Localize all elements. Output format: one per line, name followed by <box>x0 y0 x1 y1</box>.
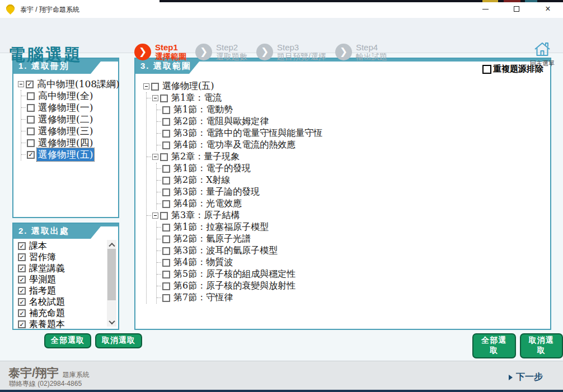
checkbox[interactable] <box>162 141 170 149</box>
tree-item-label[interactable]: 名校試題 <box>28 296 66 308</box>
section-item[interactable]: 第3節：電路中的電量守恆與能量守恆 <box>157 127 548 139</box>
source-item[interactable]: 名校試題 <box>18 296 117 308</box>
section-item[interactable]: 第7節：守恆律 <box>157 292 548 304</box>
tree-item-label[interactable]: 第3節：波耳的氫原子模型 <box>172 245 279 257</box>
checkbox[interactable] <box>162 200 170 208</box>
section-item[interactable]: 第3節：波耳的氫原子模型 <box>157 245 548 257</box>
tree-item-label[interactable]: 高中物理(全) <box>37 89 94 102</box>
checkbox[interactable] <box>18 320 26 328</box>
checkbox[interactable] <box>162 235 170 243</box>
select-all-button[interactable]: 全部選取 <box>44 333 91 348</box>
tree-item-label[interactable]: 學測題 <box>28 274 57 286</box>
tree-item-label[interactable]: 第4節：光電效應 <box>172 198 243 210</box>
tree-item-label[interactable]: 第7節：守恆律 <box>172 292 234 304</box>
tree-item-label[interactable]: 補充命題 <box>28 308 66 319</box>
section-item[interactable]: 第1節：電子的發現 <box>157 163 548 174</box>
checkbox[interactable] <box>162 177 170 185</box>
tree-item-label[interactable]: 第4節：電功率及電流的熱效應 <box>172 139 297 151</box>
checkbox[interactable] <box>482 65 491 74</box>
checkbox[interactable] <box>26 81 34 88</box>
source-item[interactable]: 素養題本 <box>18 319 117 330</box>
tree-item-label[interactable]: 第2節：電阻與歐姆定律 <box>172 116 270 127</box>
tree-item[interactable]: 選修物理(一) <box>21 102 116 114</box>
checkbox[interactable] <box>18 287 26 295</box>
step-step3[interactable]: ❯Step3題目預覽/選擇 <box>256 42 326 61</box>
collapse-icon[interactable] <box>18 81 24 87</box>
tree-item-label[interactable]: 第1章：電流 <box>170 92 223 104</box>
tree-root-item[interactable]: 高中物理(108課綱) <box>18 78 116 90</box>
tree-item-label[interactable]: 第2節：X射線 <box>172 174 232 186</box>
collapse-icon[interactable] <box>152 212 158 219</box>
tree-item-label[interactable]: 第1節：電動勢 <box>172 104 234 116</box>
maximize-button[interactable] <box>508 1 525 17</box>
tree-item-label[interactable]: 課堂講義 <box>28 263 66 275</box>
tree-item-label[interactable]: 選修物理(三) <box>37 125 94 138</box>
section-item[interactable]: 第6節：原子核的衰變與放射性 <box>157 280 548 292</box>
section-item[interactable]: 第1節：電動勢 <box>157 104 548 116</box>
checkbox[interactable] <box>27 104 35 112</box>
section-item[interactable]: 第4節：物質波 <box>157 257 548 268</box>
checkbox[interactable] <box>162 188 170 196</box>
tree-item-label[interactable]: 選修物理(二) <box>37 113 94 126</box>
collapse-icon[interactable] <box>152 154 158 160</box>
tree-item-label[interactable]: 習作簿 <box>28 252 57 263</box>
section-item[interactable]: 第2節：電阻與歐姆定律 <box>157 116 548 127</box>
tree-item-label[interactable]: 第1節：拉塞福原子模型 <box>172 221 270 233</box>
chapter-item[interactable]: 第1章：電流 <box>147 92 548 104</box>
tree-item-label[interactable]: 第2節：氫原子光譜 <box>172 233 252 245</box>
checkbox[interactable] <box>160 212 168 220</box>
collapse-icon[interactable] <box>143 83 149 89</box>
tree-item-label[interactable]: 素養題本 <box>28 319 66 330</box>
tree-item-label[interactable]: 第3節：量子論的發現 <box>172 186 261 198</box>
checkbox[interactable] <box>27 127 35 135</box>
section-item[interactable]: 第4節：電功率及電流的熱效應 <box>157 139 548 151</box>
scrollbar-thumb[interactable] <box>107 249 116 300</box>
checkbox[interactable] <box>162 294 170 302</box>
checkbox[interactable] <box>18 265 26 272</box>
section-item[interactable]: 第5節：原子核的組成與穩定性 <box>157 268 548 280</box>
checkbox[interactable] <box>18 242 26 250</box>
scroll-up-icon[interactable] <box>107 240 116 249</box>
source-item[interactable]: 課本 <box>18 240 117 252</box>
tree-item-label[interactable]: 第2章：量子現象 <box>170 151 241 163</box>
checkbox[interactable] <box>18 309 26 317</box>
checkbox[interactable] <box>162 165 170 173</box>
checkbox[interactable] <box>18 298 26 306</box>
source-item[interactable]: 習作簿 <box>18 252 117 263</box>
source-item[interactable]: 學測題 <box>18 274 117 285</box>
source-item[interactable]: 指考題 <box>18 285 117 296</box>
chapter-item[interactable]: 第3章：原子結構 <box>147 210 548 221</box>
tree-item[interactable]: 選修物理(四) <box>21 137 116 149</box>
checkbox[interactable] <box>162 282 170 290</box>
checkbox[interactable] <box>160 95 168 102</box>
section-item[interactable]: 第3節：量子論的發現 <box>157 186 548 198</box>
tree-item-label[interactable]: 指考題 <box>28 285 57 297</box>
tree-item-label[interactable]: 高中物理(108課綱) <box>36 78 121 91</box>
chapter-item[interactable]: 第2章：量子現象 <box>147 151 548 163</box>
tree-item-label[interactable]: 第4節：物質波 <box>172 257 234 268</box>
checkbox[interactable] <box>162 106 170 114</box>
checkbox[interactable] <box>162 259 170 267</box>
tree-item-label[interactable]: 第6節：原子核的衰變與放射性 <box>172 280 297 292</box>
section-item[interactable]: 第1節：拉塞福原子模型 <box>157 221 548 233</box>
scroll-down-icon[interactable] <box>107 318 116 327</box>
tree-item-label[interactable]: 第1節：電子的發現 <box>172 163 252 174</box>
deselect-all-button[interactable]: 取消選取 <box>520 333 563 358</box>
checkbox[interactable] <box>160 153 168 161</box>
checkbox[interactable] <box>162 224 170 232</box>
checkbox[interactable] <box>162 271 170 278</box>
checkbox[interactable] <box>27 116 35 124</box>
step-step2[interactable]: ❯Step2選取題數 <box>195 42 247 61</box>
tree-item-label[interactable]: 選修物理(五) <box>37 148 94 161</box>
tree-item[interactable]: 選修物理(二) <box>21 114 116 125</box>
select-all-button[interactable]: 全部選取 <box>472 333 516 358</box>
close-button[interactable]: × <box>539 1 556 17</box>
tree-root-item[interactable]: 選修物理(五) <box>143 81 548 92</box>
checkbox[interactable] <box>27 151 35 159</box>
checkbox[interactable] <box>162 247 170 255</box>
step-step1[interactable]: ❯Step1選擇範圍 <box>134 42 186 61</box>
checkbox[interactable] <box>18 276 26 284</box>
tree-item[interactable]: 選修物理(五) <box>21 149 116 160</box>
tree-item-label[interactable]: 第3章：原子結構 <box>170 210 241 221</box>
checkbox[interactable] <box>162 118 170 126</box>
